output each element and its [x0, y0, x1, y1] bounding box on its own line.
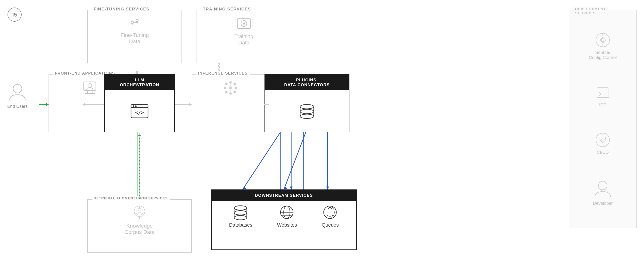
- svg-point-46: [596, 133, 610, 147]
- retrieval-label: RETRIEVAL AUGMENTATION SERVICES: [92, 196, 170, 200]
- frontend-icon: [81, 79, 98, 96]
- training-box: TRAINING SERVICES TrainingData: [196, 10, 291, 63]
- svg-point-47: [602, 139, 604, 141]
- inference-icon: [222, 79, 239, 96]
- svg-line-78: [226, 88, 230, 92]
- retrieval-icon-area: KnowledgeCorpus Data: [88, 200, 191, 240]
- retrieval-icon: [132, 204, 148, 220]
- cicd-icon: [595, 132, 611, 148]
- svg-point-85: [300, 114, 314, 119]
- downstream-databases: Databases: [229, 204, 252, 228]
- svg-point-26: [13, 84, 22, 93]
- llm-icon: </>: [130, 103, 149, 119]
- fine-tuning-content-label: Fine-TuningData: [120, 32, 149, 45]
- fine-tuning-label: FINE-TUNING SERVICES: [92, 7, 152, 12]
- fine-tuning-icon: [128, 15, 142, 30]
- downstream-items: Databases Websites: [212, 201, 356, 231]
- diagram-container: f5: [0, 0, 644, 273]
- svg-rect-52: [84, 82, 96, 90]
- databases-icon: [233, 204, 248, 220]
- svg-marker-105: [138, 133, 141, 136]
- websites-icon: [279, 204, 295, 220]
- svg-marker-109: [284, 186, 287, 189]
- inference-icon-area: [192, 75, 269, 101]
- development-box: DEVELOPMENTSERVICES Source/Config Contro…: [569, 10, 637, 228]
- svg-point-79: [300, 104, 314, 109]
- dev-source-control: Source/Config Control: [589, 32, 616, 60]
- fine-tuning-icon-area: Fine-TuningData: [88, 10, 182, 50]
- downstream-websites: Websites: [277, 204, 297, 228]
- cicd-label: CI/CD: [597, 150, 609, 155]
- svg-point-96: [234, 215, 247, 220]
- inference-box: INFERENCE SERVICES: [192, 74, 269, 132]
- svg-line-75: [226, 84, 230, 88]
- svg-point-93: [234, 211, 247, 215]
- end-users-label: End Users: [7, 104, 28, 109]
- svg-point-90: [234, 206, 247, 210]
- llm-icon-area: </>: [105, 90, 174, 132]
- llm-box: LLMORCHESTRATION </>: [104, 74, 175, 132]
- svg-point-60: [135, 105, 136, 107]
- training-label: TRAINING SERVICES: [201, 7, 253, 12]
- developer-area: </> Developer: [593, 179, 613, 206]
- f5-logo: f5: [7, 7, 22, 22]
- svg-line-36: [244, 21, 246, 24]
- ide-label: IDE: [599, 103, 606, 108]
- fine-tuning-box: FINE-TUNING SERVICES Fine-TuningData: [87, 10, 182, 63]
- svg-line-106: [243, 132, 280, 189]
- websites-label: Websites: [277, 222, 297, 228]
- queues-label: Queues: [322, 222, 339, 228]
- svg-text:f5: f5: [12, 12, 17, 18]
- dev-ide: IDE: [595, 85, 611, 108]
- llm-header: LLMORCHESTRATION: [105, 75, 174, 90]
- retrieval-content-label: KnowledgeCorpus Data: [124, 223, 154, 235]
- ide-icon: [595, 85, 611, 101]
- plugins-header: PLUGINS,DATA CONNECTORS: [265, 75, 349, 90]
- svg-point-38: [601, 39, 604, 42]
- svg-point-56: [88, 84, 92, 87]
- developer-icon: </>: [593, 179, 612, 199]
- svg-marker-25: [290, 186, 293, 189]
- svg-text:</>: </>: [135, 110, 144, 115]
- plugins-icon: [297, 103, 317, 119]
- svg-marker-119: [189, 103, 192, 106]
- svg-point-30: [131, 21, 134, 24]
- dev-cicd: CI/CD: [595, 132, 611, 155]
- training-content-label: TrainingData: [234, 33, 254, 46]
- retrieval-box: RETRIEVAL AUGMENTATION SERVICES Knowledg…: [87, 199, 192, 252]
- svg-line-108: [284, 132, 306, 189]
- end-users-icon: [8, 83, 27, 102]
- svg-point-89: [138, 210, 141, 213]
- downstream-box: DOWNSTREAM SERVICES Databases: [211, 189, 357, 250]
- databases-label: Databases: [229, 222, 252, 228]
- queues-icon: [322, 204, 338, 220]
- training-icon-area: TrainingData: [197, 10, 291, 51]
- plugins-box: PLUGINS,DATA CONNECTORS: [264, 74, 350, 132]
- downstream-header: DOWNSTREAM SERVICES: [212, 190, 356, 201]
- development-label: DEVELOPMENTSERVICES: [573, 7, 608, 15]
- inference-label: INFERENCE SERVICES: [196, 71, 250, 76]
- svg-point-31: [136, 19, 138, 22]
- svg-marker-107: [243, 187, 246, 189]
- svg-line-76: [230, 88, 235, 92]
- svg-marker-122: [46, 103, 48, 106]
- svg-line-77: [230, 84, 235, 88]
- source-control-label: Source/Config Control: [589, 50, 616, 60]
- end-users: End Users: [7, 83, 28, 109]
- svg-marker-111: [326, 186, 329, 189]
- downstream-queues: Queues: [322, 204, 339, 228]
- svg-text:</>: </>: [600, 188, 606, 192]
- svg-point-82: [300, 109, 314, 114]
- plugins-icon-area: [265, 90, 349, 132]
- svg-marker-113: [136, 71, 138, 74]
- training-icon: [236, 15, 252, 31]
- developer-label: Developer: [593, 201, 613, 206]
- svg-point-59: [133, 105, 134, 107]
- source-control-icon: [595, 32, 611, 48]
